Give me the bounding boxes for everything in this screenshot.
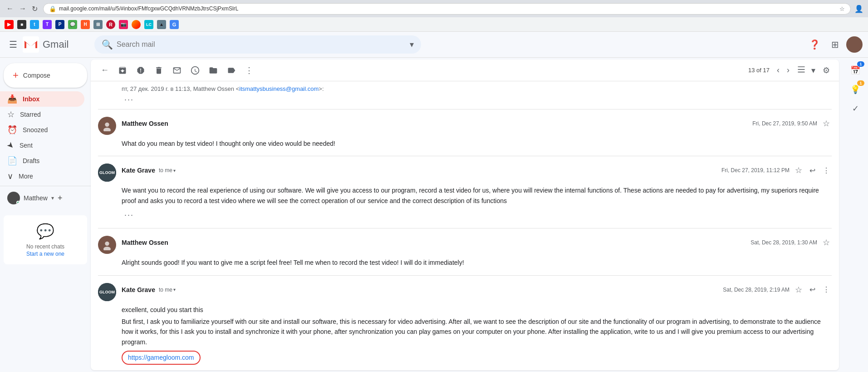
star-button-1[interactable]: ☆ <box>821 117 832 130</box>
sidebar-drafts-label: Drafts <box>23 157 77 164</box>
settings-button[interactable]: ⚙ <box>821 64 832 77</box>
snooze-button[interactable] <box>188 63 202 78</box>
compose-button[interactable]: + Compose <box>4 63 87 88</box>
calendar-icon: 📅 <box>850 65 860 75</box>
expand-quote-button-2[interactable]: ··· <box>122 209 137 221</box>
email-header-1: Matthew Ossen Fri, Dec 27, 2019, 9:50 AM… <box>98 117 832 135</box>
ext-grid-icon[interactable]: ⊞ <box>93 20 103 29</box>
email-header-4: GLOOM Kate Grave to me▾ Sat, Dec 28, 201… <box>98 283 832 301</box>
email-header-2: GLOOM Kate Grave to me▾ Fri, Dec 27, 201… <box>98 164 832 182</box>
reply-button-2[interactable]: ↩ <box>808 164 817 177</box>
apps-button[interactable]: ⊞ <box>828 35 843 54</box>
sidebar-item-drafts[interactable]: 📄 Drafts <box>0 153 84 169</box>
email-header-3: Matthew Ossen Sat, Dec 28, 2019, 1:30 AM… <box>98 236 832 254</box>
view-chevron-button[interactable]: ▾ <box>809 64 817 77</box>
ext-r-icon[interactable]: R <box>106 20 115 29</box>
help-button[interactable]: ❓ <box>805 35 824 54</box>
add-account-button[interactable]: + <box>58 193 63 203</box>
browser-chrome: ← → ↻ 🔒 mail.google.com/mail/u/5/#inbox/… <box>0 0 868 17</box>
ext-lc-icon[interactable]: LC <box>144 20 153 29</box>
star-button-4[interactable]: ☆ <box>793 283 804 297</box>
email-body-2: We want you to record the real experienc… <box>98 185 832 221</box>
search-input[interactable] <box>117 40 406 49</box>
header-actions: ❓ ⊞ <box>805 35 863 54</box>
kate-avatar-2: GLOOM <box>98 283 116 301</box>
ext-dark-icon[interactable]: ■ <box>17 20 26 29</box>
search-bar[interactable]: 🔍 ▾ <box>94 35 421 54</box>
ext-paypal-icon[interactable]: P <box>55 20 64 29</box>
delete-button[interactable] <box>152 63 166 78</box>
matthew-avatar-2 <box>98 236 116 254</box>
right-sidebar-calendar-button[interactable]: 📅 1 <box>846 61 864 79</box>
to-me-label-2[interactable]: to me▾ <box>159 167 176 174</box>
user-avatar[interactable] <box>846 36 863 53</box>
email-message-3: Matthew Ossen Sat, Dec 28, 2019, 1:30 AM… <box>98 228 832 275</box>
email-text-1: What do you mean by test video! I though… <box>122 140 335 147</box>
no-chats-text: No recent chats <box>11 243 80 250</box>
more-button-2[interactable]: ⋮ <box>821 164 832 177</box>
more-chevron-icon: ∨ <box>7 171 13 181</box>
sidebar-item-inbox[interactable]: 📥 Inbox <box>0 91 84 107</box>
archive-button[interactable] <box>115 63 130 78</box>
email-message-1: Matthew Ossen Fri, Dec 27, 2019, 9:50 AM… <box>98 109 832 156</box>
sidebar-username: Matthew <box>24 194 48 202</box>
ext-chat-icon[interactable]: 💬 <box>68 20 77 29</box>
prev-ref-text: пт, 27 дек. 2019 г. в 11:13, Matthew Oss… <box>122 85 324 92</box>
right-sidebar-tasks-button[interactable]: ✓ <box>846 99 864 118</box>
ext-hive-icon[interactable]: H <box>81 20 90 29</box>
more-button-4[interactable]: ⋮ <box>821 283 832 296</box>
star-button-2[interactable]: ☆ <box>793 164 804 177</box>
browser-forward-button[interactable]: → <box>17 4 28 14</box>
labels-button[interactable] <box>224 63 239 78</box>
ext-twitter-icon[interactable]: t <box>30 20 39 29</box>
sidebar-item-sent[interactable]: ➤ Sent <box>0 138 84 153</box>
ext-youtube-icon[interactable]: ▶ <box>5 20 14 29</box>
sender-row-2: Kate Grave to me▾ Fri, Dec 27, 2019, 11:… <box>122 164 832 177</box>
sender-info-4: Kate Grave to me▾ Sat, Dec 28, 2019, 2:1… <box>122 283 832 297</box>
prev-ref-dots: ··· <box>98 94 832 105</box>
sidebar-item-starred[interactable]: ☆ Starred <box>0 107 84 122</box>
email-date-1: Fri, Dec 27, 2019, 9:50 AM <box>752 120 817 127</box>
browser-reload-button[interactable]: ↻ <box>30 4 39 14</box>
search-dropdown-icon[interactable]: ▾ <box>410 40 414 50</box>
expand-quote-button[interactable]: ··· <box>122 94 137 105</box>
start-new-chat-link[interactable]: Start a new one <box>26 251 64 257</box>
prev-email-button[interactable]: ‹ <box>775 64 781 77</box>
star-button-3[interactable]: ☆ <box>821 236 832 249</box>
quote-ref-email-link-4[interactable]: itsmattysbusiness@gmail.com <box>240 369 320 370</box>
sender-name-3: Matthew Ossen <box>122 239 168 246</box>
ext-insta-icon[interactable]: 📷 <box>119 20 128 29</box>
sidebar-user-avatar <box>7 192 20 204</box>
email-text-3: Alright sounds good! If you want to give… <box>122 259 464 266</box>
sender-row-1: Matthew Ossen Fri, Dec 27, 2019, 9:50 AM… <box>122 117 832 130</box>
ext-color-icon[interactable] <box>132 20 141 29</box>
view-split-button[interactable] <box>795 63 808 78</box>
back-to-inbox-button[interactable]: ← <box>98 63 112 78</box>
sidebar-item-more[interactable]: ∨ More <box>0 169 84 184</box>
ext-twitch-icon[interactable]: T <box>43 20 52 29</box>
ext-drive-icon[interactable]: ▲ <box>157 20 166 29</box>
reply-button-4[interactable]: ↩ <box>808 283 817 296</box>
mark-unread-button[interactable] <box>170 63 184 78</box>
ext-google-icon[interactable]: G <box>170 20 179 29</box>
next-email-button[interactable]: › <box>785 64 791 77</box>
gamegloom-link[interactable]: https://gamegloom.com <box>128 354 194 361</box>
browser-back-button[interactable]: ← <box>5 4 15 14</box>
browser-profile-icon[interactable]: 👤 <box>854 5 863 13</box>
move-to-button[interactable] <box>206 63 221 78</box>
more-actions-button[interactable]: ⋮ <box>242 63 256 78</box>
sidebar-user-account[interactable]: Matthew ▾ + <box>0 188 91 208</box>
prev-ref-email-link[interactable]: itsmattysbusiness@gmail.com <box>239 85 319 92</box>
calendar-badge: 1 <box>857 61 864 67</box>
report-spam-button[interactable] <box>133 63 148 78</box>
svg-point-2 <box>105 123 109 127</box>
sidebar-starred-label: Starred <box>20 111 77 118</box>
sidebar-item-snoozed[interactable]: ⏰ Snoozed <box>0 122 84 138</box>
extensions-bar: ▶ ■ t T P 💬 H ⊞ R 📷 LC ▲ G <box>0 17 868 32</box>
to-me-label-4[interactable]: to me▾ <box>159 287 176 293</box>
email-body-4: excellent, could you start this But firs… <box>98 305 832 370</box>
right-sidebar-keep-button[interactable]: 💡 1 <box>846 80 864 99</box>
browser-url-bar[interactable]: 🔒 mail.google.com/mail/u/5/#inbox/FMfcgx… <box>43 3 851 15</box>
sender-info-1: Matthew Ossen Fri, Dec 27, 2019, 9:50 AM… <box>122 117 832 130</box>
hamburger-menu-button[interactable]: ☰ <box>5 35 21 54</box>
